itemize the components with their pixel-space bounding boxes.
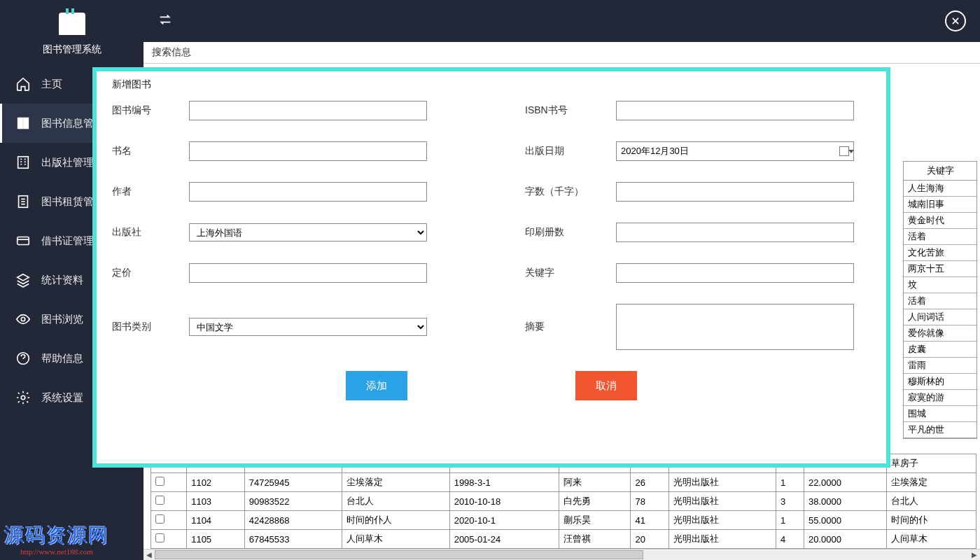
help-icon — [15, 350, 31, 367]
keyword-item[interactable]: 围城 — [904, 406, 976, 422]
sidebar-item-label: 帮助信息 — [41, 352, 83, 365]
topbar — [144, 0, 980, 42]
input-pub-date[interactable]: 2020年12月30日 — [616, 141, 854, 161]
book-table[interactable]: 110185284325草房子2009-6-18曹文轩 76光明出版社518.0… — [150, 454, 976, 549]
row-checkbox[interactable] — [155, 533, 164, 542]
svg-point-5 — [21, 396, 25, 400]
close-button[interactable] — [945, 10, 966, 31]
eye-icon — [15, 311, 31, 328]
label-author: 作者 — [112, 186, 182, 198]
input-print-count[interactable] — [616, 223, 854, 242]
keyword-item[interactable]: 活着 — [904, 229, 976, 245]
app-logo-icon — [59, 13, 85, 35]
input-author[interactable] — [189, 182, 427, 202]
keyword-item[interactable]: 寂寞的游 — [904, 390, 976, 406]
input-price[interactable] — [189, 263, 427, 283]
label-abstract: 摘要 — [525, 321, 609, 333]
input-name[interactable] — [189, 141, 427, 161]
keyword-item[interactable]: 平凡的世 — [904, 422, 976, 438]
keyword-item[interactable]: 文化苦旅 — [904, 245, 976, 261]
keyword-item[interactable]: 活着 — [904, 293, 976, 309]
book-icon — [15, 115, 31, 132]
modal-title: 新增图书 — [112, 78, 871, 91]
svg-rect-2 — [18, 237, 29, 245]
select-category[interactable]: 中国文学 — [189, 318, 427, 336]
scroll-thumb[interactable] — [155, 550, 643, 559]
label-print-count: 印刷册数 — [525, 226, 609, 239]
input-book-no[interactable] — [189, 101, 427, 120]
row-checkbox[interactable] — [155, 477, 164, 486]
keyword-panel: 关键字 人生海海城南旧事黄金时代活着文化苦旅两京十五坟活着人间词话爱你就像皮囊雷… — [903, 161, 977, 439]
calendar-icon[interactable] — [839, 146, 849, 156]
scroll-left-arrow[interactable]: ◀ — [144, 550, 155, 561]
watermark-text: 源码资源网 — [4, 522, 109, 549]
sidebar-item-label: 图书浏览 — [41, 313, 83, 326]
table-row[interactable]: 110274725945尘埃落定1998-3-1阿来 26光明出版社122.00… — [151, 473, 976, 492]
keyword-item[interactable]: 黄金时代 — [904, 213, 976, 229]
sidebar-item-label: 主页 — [41, 78, 62, 91]
sidebar-item-label: 统计资料 — [41, 274, 83, 287]
keyword-item[interactable]: 城南旧事 — [904, 197, 976, 213]
sidebar-item-label: 借书证管理 — [41, 234, 94, 248]
gear-icon — [15, 389, 31, 406]
sidebar-item-label: 图书租赁管 — [41, 195, 94, 209]
label-category: 图书类别 — [112, 321, 182, 333]
add-book-modal: 新增图书 图书编号 ISBN书号 书名 出版日期 2020年12月30日 作者 … — [92, 67, 890, 468]
label-word-count: 字数（千字） — [525, 186, 609, 198]
row-checkbox[interactable] — [155, 514, 164, 524]
keyword-item[interactable]: 皮囊 — [904, 342, 976, 358]
input-keyword[interactable] — [616, 263, 854, 283]
label-pub-date: 出版日期 — [525, 145, 609, 158]
keyword-item[interactable]: 穆斯林的 — [904, 374, 976, 390]
keyword-panel-header: 关键字 — [904, 162, 976, 181]
input-word-count[interactable] — [616, 182, 854, 202]
app-title: 图书管理系统 — [0, 43, 144, 56]
cancel-button[interactable]: 取消 — [575, 371, 637, 400]
pub-date-value: 2020年12月30日 — [621, 145, 689, 158]
scroll-right-arrow[interactable]: ▶ — [969, 550, 980, 561]
search-section-label: 搜索信息 — [144, 42, 980, 64]
table-row[interactable]: 110442428868时间的仆人2020-10-1蒯乐昊 41光明出版社155… — [151, 511, 976, 530]
building-icon — [15, 154, 31, 171]
label-publisher: 出版社 — [112, 226, 182, 239]
svg-rect-0 — [18, 157, 29, 169]
svg-point-3 — [21, 317, 25, 321]
row-checkbox[interactable] — [155, 496, 164, 505]
keyword-item[interactable]: 坟 — [904, 277, 976, 293]
keyword-item[interactable]: 人生海海 — [904, 181, 976, 197]
input-isbn[interactable] — [616, 101, 854, 120]
select-publisher[interactable]: 上海外国语 — [189, 223, 427, 241]
watermark: 源码资源网 http://www.net188.com — [4, 522, 109, 556]
label-book-no: 图书编号 — [112, 104, 182, 117]
swap-icon[interactable] — [158, 12, 173, 30]
label-isbn: ISBN书号 — [525, 104, 609, 117]
label-name: 书名 — [112, 145, 182, 158]
document-icon — [15, 193, 31, 210]
horizontal-scrollbar[interactable]: ◀ ▶ — [144, 549, 980, 560]
table-row[interactable]: 110390983522台北人2010-10-18白先勇 78光明出版社338.… — [151, 492, 976, 511]
card-icon — [15, 232, 31, 249]
sidebar-item-label: 图书信息管 — [41, 117, 94, 130]
keyword-item[interactable]: 雷雨 — [904, 358, 976, 374]
layers-icon — [15, 272, 31, 288]
logo: 图书管理系统 — [0, 0, 144, 64]
input-abstract[interactable] — [616, 304, 854, 350]
label-price: 定价 — [112, 267, 182, 279]
keyword-item[interactable]: 人间词话 — [904, 309, 976, 326]
keyword-item[interactable]: 两京十五 — [904, 261, 976, 277]
label-keyword: 关键字 — [525, 267, 609, 279]
sidebar-item-label: 系统设置 — [41, 391, 83, 405]
home-icon — [15, 76, 31, 92]
keyword-item[interactable]: 爱你就像 — [904, 326, 976, 342]
table-row[interactable]: 110567845533人间草木2005-01-24汪曾祺 20光明出版社420… — [151, 530, 976, 549]
add-button[interactable]: 添加 — [346, 371, 407, 400]
sidebar-item-label: 出版社管理 — [41, 156, 94, 169]
